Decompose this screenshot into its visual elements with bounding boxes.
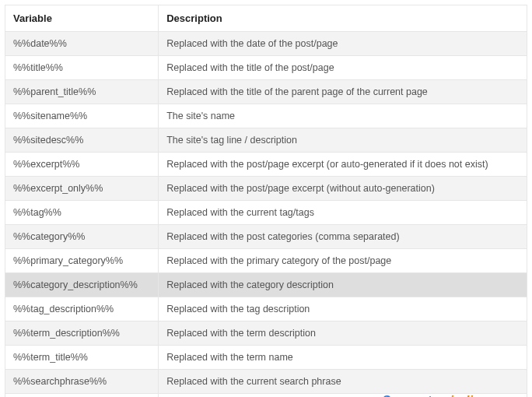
cell-description: Replaced with the term name	[159, 346, 527, 370]
table-row: %%excerpt_only%%Replaced with the post/p…	[5, 177, 527, 201]
cell-variable: %%term_description%%	[5, 321, 159, 346]
header-description: Description	[159, 5, 527, 32]
cell-description: Replaced with the title of the post/page	[159, 56, 527, 80]
cell-variable: %%sitedesc%%	[5, 128, 159, 153]
cell-variable: %%term_title%%	[5, 346, 159, 370]
table-row: %%tag_description%%Replaced with the tag…	[5, 297, 527, 321]
cell-variable: %%sitename%%	[5, 104, 159, 128]
cell-description: Replaced with the post/page excerpt (wit…	[159, 177, 527, 201]
table-row: %%term_description%%Replaced with the te…	[5, 321, 527, 346]
cell-description: Replaced with the title of the parent pa…	[159, 80, 527, 104]
cell-variable: %%parent_title%%	[5, 80, 159, 104]
cell-description: Replaced with the post/page excerpt (or …	[159, 153, 527, 177]
cell-description: Replaced with the term description	[159, 321, 527, 346]
cell-variable: %%tag%%	[5, 201, 159, 225]
cell-variable: %%category%%	[5, 225, 159, 249]
table-row: %%searchphrase%%Replaced with the curren…	[5, 370, 527, 394]
cell-description: Replaced with the current tag/tags	[159, 201, 527, 225]
cell-description: Replaced with the category description	[159, 273, 527, 297]
table-row: %%excerpt%%Replaced with the post/page e…	[5, 153, 527, 177]
table-row: %%date%%Replaced with the date of the po…	[5, 32, 527, 56]
table-row: %%tag%%Replaced with the current tag/tag…	[5, 201, 527, 225]
cell-variable: %%excerpt%%	[5, 153, 159, 177]
cell-description: The site's name	[159, 104, 527, 128]
page-container: Variable Description %%date%%Replaced wi…	[5, 5, 527, 397]
table-row: %%parent_title%%Replaced with the title …	[5, 80, 527, 104]
table-row: %%primary_category%%Replaced with the pr…	[5, 249, 527, 273]
cell-description: Replaced with the tag description	[159, 297, 527, 321]
header-variable: Variable	[5, 5, 159, 32]
cell-variable: %%category_description%%	[5, 273, 159, 297]
table-row: %%sep%%The separator defined in your the…	[5, 394, 527, 398]
table-header-row: Variable Description	[5, 5, 527, 32]
cell-description: Replaced with the primary category of th…	[159, 249, 527, 273]
cell-variable: %%date%%	[5, 32, 159, 56]
cell-description: The site's tag line / description	[159, 128, 527, 153]
cell-variable: %%searchphrase%%	[5, 370, 159, 394]
cell-variable: %%sep%%	[5, 394, 159, 398]
cell-variable: %%title%%	[5, 56, 159, 80]
table-row: %%category_description%%Replaced with th…	[5, 273, 527, 297]
cell-description: The separator defined in your theme's wp…	[159, 394, 527, 398]
table-row: %%title%%Replaced with the title of the …	[5, 56, 527, 80]
table-row: %%term_title%%Replaced with the term nam…	[5, 346, 527, 370]
table-row: %%category%%Replaced with the post categ…	[5, 225, 527, 249]
table-row: %%sitename%%The site's name	[5, 104, 527, 128]
cell-variable: %%excerpt_only%%	[5, 177, 159, 201]
cell-description: Replaced with the date of the post/page	[159, 32, 527, 56]
cell-description: Replaced with the current search phrase	[159, 370, 527, 394]
cell-variable: %%primary_category%%	[5, 249, 159, 273]
table-body: %%date%%Replaced with the date of the po…	[5, 32, 527, 398]
cell-description: Replaced with the post categories (comma…	[159, 225, 527, 249]
cell-variable: %%tag_description%%	[5, 297, 159, 321]
table-row: %%sitedesc%%The site's tag line / descri…	[5, 128, 527, 153]
variables-table: Variable Description %%date%%Replaced wi…	[5, 5, 527, 397]
